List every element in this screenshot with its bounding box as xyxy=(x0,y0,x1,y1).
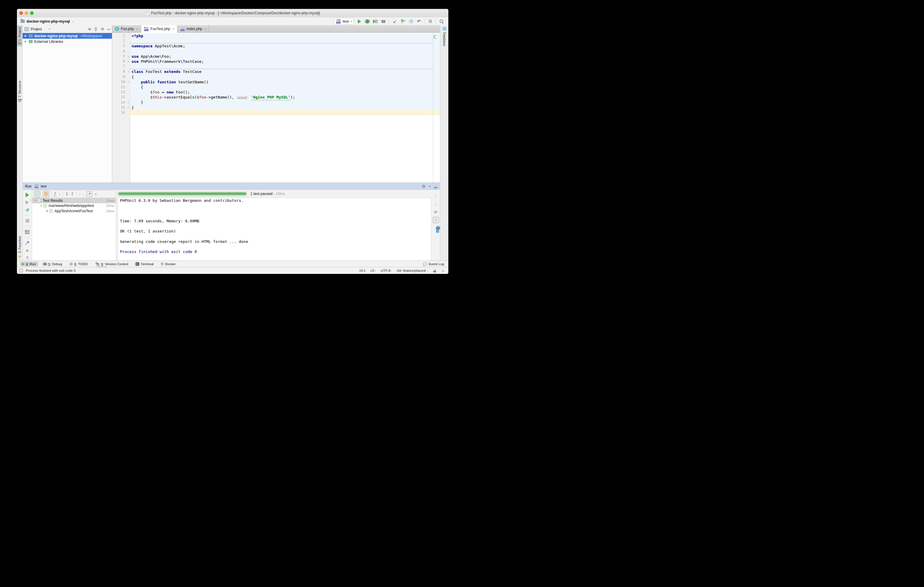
scroll-to-end-button[interactable]: ↓ xyxy=(432,217,439,223)
collapse-all-button[interactable]: ↥ xyxy=(71,192,74,196)
tab-foo-php[interactable]: C Foo.php × xyxy=(112,25,141,33)
pin-tab-button[interactable] xyxy=(25,240,30,246)
close-icon[interactable]: × xyxy=(173,27,175,31)
code-editor[interactable]: 12345678910111213141516∨∧∨∨∧∧ <?phpnames… xyxy=(112,33,440,183)
rollback-button[interactable]: ↶ xyxy=(416,19,421,24)
commit-changes-button[interactable] xyxy=(400,19,406,24)
caret-position-widget[interactable]: 16:1 xyxy=(359,269,366,272)
hide-panel-button[interactable]: ↤ xyxy=(107,27,110,31)
scroll-down-button[interactable]: ↓ xyxy=(435,201,437,207)
code-line[interactable]: { xyxy=(130,84,440,90)
update-project-button[interactable]: ↙ xyxy=(392,19,398,24)
debug-button[interactable] xyxy=(365,19,370,24)
run-settings-gear-icon[interactable]: ⚙ xyxy=(422,184,426,189)
tab-footest-php[interactable]: php FooTest.php × xyxy=(141,25,177,33)
titlebar[interactable]: FooTest.php - docker-nginx-php-mysql - [… xyxy=(17,9,448,18)
test-tree-row-suite[interactable]: ▼ ✓ /var/www/html/web/app/test 10ms xyxy=(32,203,116,209)
more-actions-icon[interactable]: » xyxy=(95,192,97,196)
code-line[interactable]: $this->assertEquals($foo->getName(), act… xyxy=(130,95,440,100)
rerun-failed-tests-button[interactable]: ! xyxy=(25,200,30,205)
listen-debug-connections-button[interactable]: ☎ xyxy=(381,19,386,24)
sort-by-duration-button[interactable]: ↓ xyxy=(59,192,61,196)
toggle-auto-test-button[interactable]: ↺ xyxy=(25,207,30,213)
code-line[interactable] xyxy=(130,64,440,69)
search-everywhere-button[interactable] xyxy=(439,19,444,24)
tool-button-docker[interactable]: ⚲ Docker xyxy=(158,261,178,267)
project-tree-row-root[interactable]: ▶ docker-nginx-php-mysql ~/Workspace/ xyxy=(23,33,112,39)
scroll-up-button[interactable]: ↑ xyxy=(435,193,437,199)
locate-file-button[interactable]: ⊕ xyxy=(88,27,91,31)
tool-button-structure[interactable]: 7: Structure xyxy=(17,79,22,104)
soft-wrap-button[interactable]: ⇄ xyxy=(434,209,437,214)
tool-button-version-control[interactable]: 9: Version Control 9: Version Control xyxy=(93,261,130,267)
encoding-widget[interactable]: UTF-8↕ xyxy=(381,269,392,272)
breadcrumb[interactable]: docker-nginx-php-mysql › xyxy=(21,19,74,23)
previous-occurrence-button[interactable]: ↑ xyxy=(79,192,81,196)
code-line[interactable]: } xyxy=(130,105,440,110)
tree-expand-icon[interactable]: ▶ xyxy=(25,40,28,43)
code-line[interactable]: <?php xyxy=(130,33,440,38)
show-ignored-toggle[interactable] xyxy=(43,191,49,197)
expand-all-button[interactable]: ↧ xyxy=(66,192,69,196)
fold-marker-icon[interactable]: ∨ xyxy=(127,54,129,59)
tree-expand-icon[interactable]: ▶ xyxy=(25,35,28,37)
next-occurrence-button[interactable]: ↓ xyxy=(83,192,85,196)
fold-marker-icon[interactable]: ∧ xyxy=(127,100,129,105)
test-tree-row-class[interactable]: ▶ ✓ AppTest\Acme\FooTest 10ms xyxy=(32,208,116,214)
tool-button-favorites[interactable]: 2: Favorites ★ xyxy=(17,234,22,261)
code-line[interactable]: } xyxy=(130,100,440,105)
git-branch-widget[interactable]: Git: feature/phpunit ↕ xyxy=(397,269,428,272)
run-button[interactable] xyxy=(356,19,362,24)
inspection-status-icon[interactable]: ✓ ∿∿ xyxy=(433,34,436,40)
export-test-results-button[interactable]: ↗ xyxy=(87,191,92,197)
code-area[interactable]: <?phpnamespace AppTest\Acme;use App\Acme… xyxy=(130,33,440,183)
tree-expand-icon[interactable]: ▼ xyxy=(33,199,37,202)
close-icon[interactable]: × xyxy=(136,27,138,31)
settings-gear-icon[interactable]: ⚙ xyxy=(101,27,104,31)
code-line[interactable]: use PHPUnit\Framework\TestCase; xyxy=(130,59,440,64)
run-panel-header[interactable]: Run ✓php test ⚙ ▾ xyxy=(23,183,440,190)
run-with-coverage-button[interactable] xyxy=(373,19,378,24)
code-line[interactable] xyxy=(130,38,440,43)
project-tree-row-external-libraries[interactable]: ▶ External Libraries xyxy=(23,39,112,45)
help-button[interactable]: ? xyxy=(25,255,30,261)
tool-button-project[interactable]: 1: Project xyxy=(17,25,22,46)
stop-process-button[interactable] xyxy=(25,218,30,224)
fold-marker-icon[interactable]: ∧ xyxy=(127,105,129,110)
run-configuration-select[interactable]: ✓php test ▾ xyxy=(334,18,354,25)
code-line[interactable] xyxy=(130,110,440,115)
code-line[interactable]: namespace AppTest\Acme; xyxy=(130,43,440,48)
toggle-tool-buttons-icon[interactable] xyxy=(19,269,23,272)
code-line[interactable]: use App\Acme\Foo; xyxy=(130,54,440,59)
lock-icon[interactable] xyxy=(433,269,436,272)
fold-marker-icon[interactable]: ∨ xyxy=(127,69,129,74)
tool-button-todo[interactable]: 6: TODO xyxy=(67,262,90,266)
chevron-down-icon[interactable]: ▾ xyxy=(49,28,50,30)
sort-alphabetically-button[interactable]: az↓ xyxy=(54,192,56,196)
run-console[interactable]: PHPUnit 6.3.0 by Sebastian Bergmann and … xyxy=(117,198,431,261)
tool-button-debug[interactable]: 5: Debug xyxy=(41,261,64,267)
fold-marker-icon[interactable]: ∧ xyxy=(127,59,129,64)
show-passed-toggle[interactable]: ✓ xyxy=(34,191,41,197)
hector-inspector-icon[interactable]: ☺ xyxy=(441,269,445,273)
tree-expand-icon[interactable]: ▶ xyxy=(45,209,49,212)
rerun-button[interactable] xyxy=(25,192,30,198)
editor-gutter[interactable]: 12345678910111213141516∨∧∨∨∧∧ xyxy=(112,33,130,183)
close-icon[interactable]: × xyxy=(205,27,206,31)
tree-expand-icon[interactable]: ▼ xyxy=(39,204,43,207)
close-panel-button[interactable]: × xyxy=(25,248,30,253)
tool-button-database[interactable]: Database xyxy=(440,25,448,48)
fold-marker-icon[interactable]: ∨ xyxy=(127,79,129,84)
stop-button[interactable] xyxy=(427,19,433,24)
event-log-button[interactable]: Event Log xyxy=(423,262,448,266)
line-ending-widget[interactable]: LF↕ xyxy=(371,269,376,272)
tab-index-php[interactable]: php index.php × xyxy=(177,25,209,33)
code-line[interactable] xyxy=(130,49,440,54)
hide-run-panel-button[interactable] xyxy=(434,185,437,188)
restore-layout-button[interactable] xyxy=(25,229,30,234)
collapse-all-button[interactable] xyxy=(94,27,97,31)
code-line[interactable]: class FooTest extends TestCase xyxy=(130,69,440,74)
tool-button-terminal[interactable]: >_ Terminal xyxy=(134,262,156,266)
recent-changes-button[interactable] xyxy=(408,19,414,24)
tool-button-run[interactable]: 4: Run xyxy=(20,262,38,266)
